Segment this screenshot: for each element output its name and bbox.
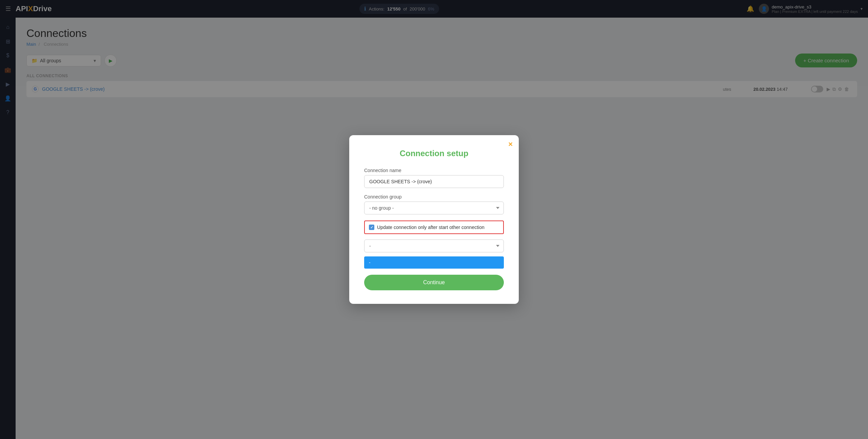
checkbox-row: ✓ Update connection only after start oth…	[364, 221, 504, 234]
connection-name-input[interactable]	[364, 175, 504, 188]
continue-button[interactable]: Continue	[364, 275, 504, 290]
modal-overlay: × Connection setup Connection name Conne…	[0, 0, 868, 439]
modal-title: Connection setup	[364, 149, 504, 158]
update-after-connection-checkbox[interactable]: ✓	[369, 225, 374, 230]
highlighted-option[interactable]: -	[364, 256, 504, 269]
checkbox-label: Update connection only after start other…	[377, 225, 485, 230]
modal-close-button[interactable]: ×	[508, 141, 513, 148]
connection-name-label: Connection name	[364, 168, 504, 173]
connection-group-label: Connection group	[364, 194, 504, 200]
check-icon: ✓	[370, 225, 373, 230]
connection-trigger-select[interactable]: -	[364, 239, 504, 252]
modal: × Connection setup Connection name Conne…	[349, 135, 519, 304]
connection-group-select[interactable]: - no group -	[364, 202, 504, 214]
